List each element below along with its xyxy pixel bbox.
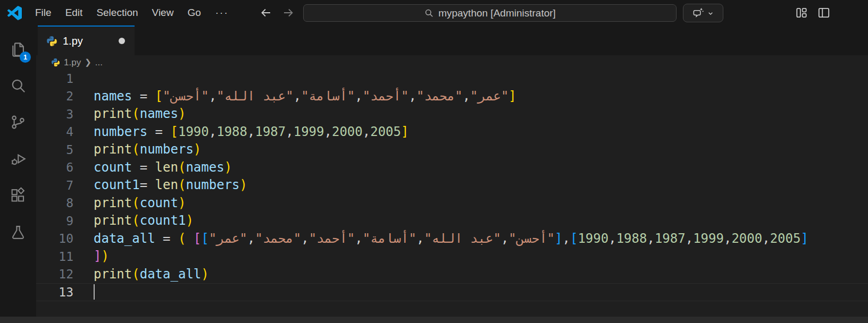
code-token: [ [194,231,201,246]
activity-source-control-button[interactable] [5,109,31,135]
line-number: 13 [36,285,73,299]
code-token: , [647,231,654,246]
toggle-sidebar-icon[interactable] [817,6,831,20]
code-token: = [132,160,155,175]
search-icon [424,8,434,18]
code-line-1[interactable]: 1 [36,70,868,88]
go-forward-button[interactable] [282,6,295,19]
go-back-button[interactable] [260,6,272,19]
chevron-right-icon: ❯ [85,57,91,67]
command-center-search[interactable]: mypaython [Administrator] [303,4,677,22]
copilot-button[interactable] [683,4,723,22]
code-token: 1990 [578,231,608,246]
code-line-2[interactable]: 2names = ["أحسن","عبد الله","أسامة","أحم… [36,88,868,106]
code-line-12[interactable]: 12print(data_all) [36,266,868,284]
code-line-13[interactable]: 13 [36,283,868,301]
code-line-7[interactable]: 7count1= len(numbers) [36,176,868,194]
code-token: 2000 [332,124,363,139]
code-token: , [355,89,362,104]
code-token: 2005 [370,124,401,139]
code-token: ) [224,160,232,175]
code-token: 1999 [693,231,724,246]
line-number: 5 [36,143,73,157]
tab-modified-dot[interactable] [119,38,125,44]
code-line-11[interactable]: 11]) [36,248,868,266]
code-token: , [463,89,470,104]
tab-label: 1.py [63,35,83,47]
code-token: 1990 [178,124,209,139]
code-token: ) [201,267,208,282]
code-token: = [147,124,170,139]
breadcrumb-symbol[interactable]: ... [95,57,103,68]
activity-search-button[interactable] [5,73,31,98]
code-line-10[interactable]: 10data_all = ( [["عمر","محمد","أحمد","أس… [36,230,868,248]
activity-bar: 1 [0,26,36,317]
code-token: "أسامة" [363,231,416,246]
customize-layout-icon[interactable] [795,6,808,20]
copilot-dropdown-chevron-icon[interactable] [706,9,715,18]
line-number: 9 [36,214,73,228]
code-token: names [140,106,178,121]
activity-extensions-button[interactable] [5,183,31,208]
line-number: 12 [36,267,73,281]
code-token: ( [132,196,139,210]
breadcrumb: 1.py ❯ ... [36,55,868,70]
menu-item-edit[interactable]: Edit [59,4,90,21]
code-line-8[interactable]: 8print(count) [36,194,868,212]
activity-testing-button[interactable] [5,219,31,245]
code-token: ( [132,267,139,282]
code-line-5[interactable]: 5print(numbers) [36,141,868,159]
code-token: print [94,213,132,228]
code-token: ) [240,177,247,192]
code-token: ( [178,231,186,246]
menu-item-file[interactable]: File [28,4,59,21]
code-token: , [608,231,616,246]
menu-item-selection[interactable]: Selection [89,4,145,21]
more-menus-button[interactable]: ··· [208,4,236,21]
code-token: , [286,124,293,139]
title-bar: FileEditSelectionViewGo ··· mypaython [A… [0,0,868,26]
code-token: "أحسن" [163,89,209,104]
code-token: ) [178,106,186,121]
code-token: [ [570,231,578,246]
code-token: , [686,231,693,246]
menu-item-view[interactable]: View [145,4,181,21]
code-token: ] [800,231,808,246]
code-token: 1987 [655,231,686,246]
code-token: [ [171,124,178,139]
code-token: , [355,231,362,246]
text-cursor [94,284,95,300]
code-line-4[interactable]: 4numbers = [1990,1988,1987,1999,2000,200… [36,123,868,141]
tab-1py[interactable]: 1.py [38,26,135,55]
activity-run-debug-button[interactable] [5,146,31,172]
copilot-chat-icon [692,7,704,19]
line-number: 1 [36,72,73,86]
code-token: ] [401,124,408,139]
code-token: count1 [140,213,186,228]
code-token: , [301,231,308,246]
menu-item-go[interactable]: Go [180,4,207,21]
code-token: , [294,89,301,104]
code-token: 2000 [731,231,762,246]
line-number: 7 [36,178,73,192]
code-token: count [140,196,178,210]
code-token: "عبد الله" [216,89,294,104]
code-token [186,231,193,246]
code-token: len [155,160,178,175]
code-token: [ [155,89,163,104]
line-number: 10 [36,232,73,245]
line-number: 3 [36,107,73,121]
code-line-6[interactable]: 6count = len(names) [36,159,868,177]
vscode-logo-icon [7,6,22,20]
code-line-3[interactable]: 3print(names) [36,105,868,123]
code-token: "أسامة" [301,89,355,104]
code-token: "أحمد" [363,89,409,104]
code-token: ] [555,231,562,246]
breadcrumb-file[interactable]: 1.py [64,57,81,68]
code-line-9[interactable]: 9print(count1) [36,212,868,230]
activity-explorer-button[interactable]: 1 [5,36,31,62]
line-number: 8 [36,196,73,210]
code-token: = [155,231,178,246]
code-token: "عمر" [470,89,508,104]
code-token: "محمد" [255,231,301,246]
